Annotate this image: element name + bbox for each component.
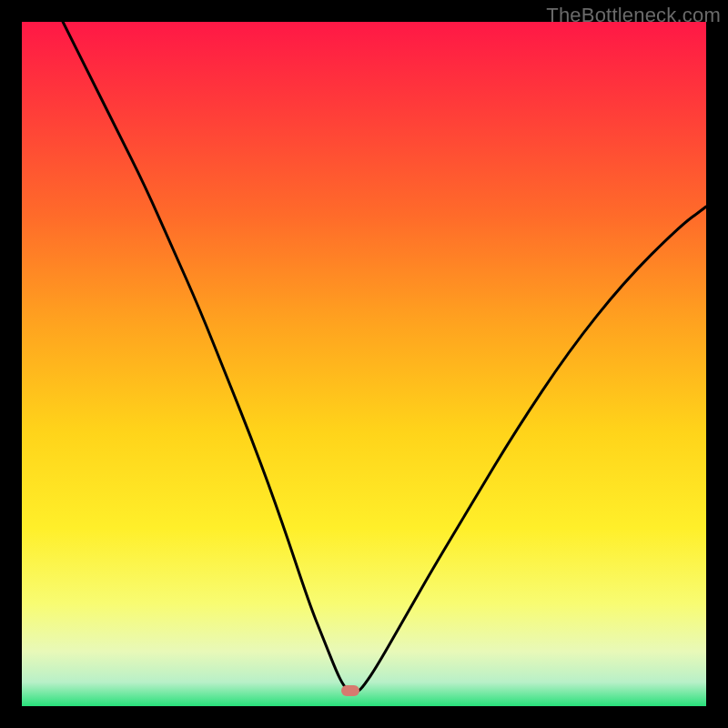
plot-area: [22, 22, 706, 706]
curve-layer: [22, 22, 706, 706]
optimum-marker: [341, 685, 359, 696]
attribution-text: TheBottleneck.com: [546, 4, 721, 27]
chart-stage: TheBottleneck.com: [0, 0, 728, 728]
bottleneck-curve: [63, 22, 706, 693]
